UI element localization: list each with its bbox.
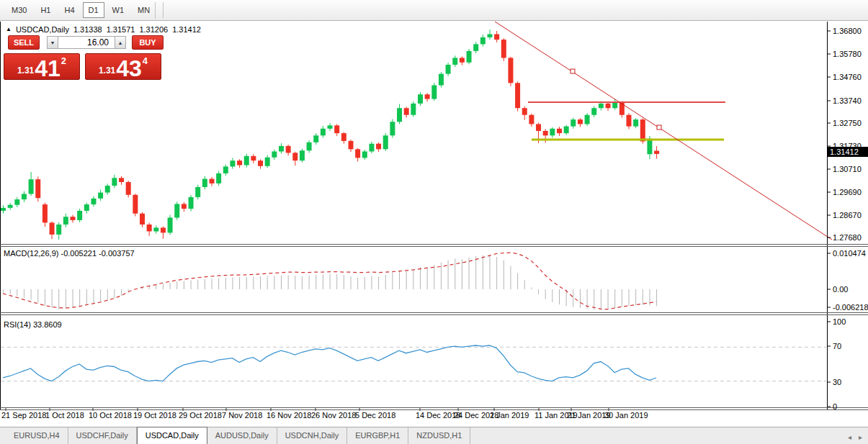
timeframe-mn[interactable]: MN — [132, 2, 156, 18]
symbol-period-label: USDCAD,Daily — [16, 25, 69, 34]
chart-header: ▲ USDCAD,Daily 1.31338 1.31571 1.31206 1… — [6, 25, 201, 34]
tab-eurgbp-h1[interactable]: EURGBP,H1 — [347, 427, 408, 444]
svg-text:30: 30 — [833, 378, 841, 386]
sell-button[interactable]: SELL — [8, 35, 40, 50]
svg-text:1 Oct 2018: 1 Oct 2018 — [45, 411, 84, 420]
macd-pane — [3, 253, 657, 310]
svg-text:1.35780: 1.35780 — [833, 50, 862, 58]
svg-text:10 Oct 2018: 10 Oct 2018 — [89, 411, 132, 420]
svg-text:26 Nov 2018: 26 Nov 2018 — [311, 411, 356, 420]
svg-text:1.31412: 1.31412 — [830, 148, 859, 156]
svg-text:7 Nov 2018: 7 Nov 2018 — [222, 411, 262, 420]
svg-text:2 Jan 2019: 2 Jan 2019 — [490, 411, 529, 420]
svg-text:1.34760: 1.34760 — [833, 73, 862, 81]
svg-text:0.010474: 0.010474 — [833, 249, 866, 258]
ohlc-low: 1.31206 — [139, 25, 168, 34]
ohlc-high: 1.31571 — [107, 25, 135, 34]
svg-text:5 Dec 2018: 5 Dec 2018 — [355, 411, 395, 420]
price-axis[interactable]: 1.368001.357801.347601.337401.327501.317… — [827, 27, 868, 411]
svg-text:1.33740: 1.33740 — [833, 96, 862, 105]
buy-price-sup: 4 — [143, 55, 148, 66]
volume-stepper: ▼ 16.00 ▲ — [47, 36, 126, 49]
svg-text:19 Oct 2018: 19 Oct 2018 — [133, 411, 176, 420]
timeframe-m30[interactable]: M30 — [6, 2, 32, 18]
tabs-scroll-right-icon[interactable]: ▸ — [859, 433, 862, 441]
svg-text:1.27680: 1.27680 — [833, 233, 862, 242]
buy-price-big: 43 — [116, 59, 142, 78]
trendline-anchor[interactable] — [571, 69, 575, 73]
svg-text:70: 70 — [833, 342, 841, 350]
tab-audusd-daily[interactable]: AUDUSD,Daily — [207, 427, 277, 444]
svg-text:100: 100 — [833, 317, 846, 326]
timeframe-h1[interactable]: H1 — [35, 2, 56, 18]
timeframe-toolbar: M30 H1 H4 D1 W1 MN — [0, 0, 868, 21]
sell-price-sup: 2 — [61, 55, 66, 66]
sell-price-prefix: 1.31 — [17, 65, 34, 76]
svg-text:-0.006218: -0.006218 — [833, 303, 868, 312]
buy-price-panel[interactable]: 1.31 43 4 — [85, 53, 161, 80]
svg-text:1.32750: 1.32750 — [833, 119, 862, 127]
timeframe-w1[interactable]: W1 — [107, 2, 130, 18]
sell-price-big: 41 — [35, 59, 61, 78]
rsi-pane — [1, 345, 826, 381]
svg-text:16 Nov 2018: 16 Nov 2018 — [267, 411, 311, 420]
trendline-anchor[interactable] — [657, 125, 661, 130]
sell-price-panel[interactable]: 1.31 41 2 — [4, 53, 80, 80]
ohlc-open: 1.31338 — [73, 25, 102, 34]
tab-eurusd-h4[interactable]: EURUSD,H4 — [6, 427, 68, 444]
svg-text:30 Jan 2019: 30 Jan 2019 — [604, 411, 648, 420]
svg-text:1.36800: 1.36800 — [833, 27, 862, 35]
volume-decrease-button[interactable]: ▼ — [47, 36, 58, 49]
collapse-triangle-icon[interactable]: ▲ — [6, 26, 12, 32]
one-click-trading-widget: SELL ▼ 16.00 ▲ BUY 1.31 41 2 1.31 43 4 — [4, 35, 168, 80]
volume-input[interactable]: 16.00 — [58, 36, 115, 49]
svg-text:1.29690: 1.29690 — [833, 188, 862, 196]
svg-text:29 Oct 2018: 29 Oct 2018 — [179, 411, 222, 420]
symbol-tab-bar: EURUSD,H4 USDCHF,Daily USDCAD,Daily AUDU… — [0, 427, 868, 444]
svg-text:21 Sep 2018: 21 Sep 2018 — [1, 411, 46, 420]
ohlc-close: 1.31412 — [172, 25, 201, 34]
tab-usdcad-daily[interactable]: USDCAD,Daily — [137, 427, 207, 444]
tab-usdcnh-daily[interactable]: USDCNH,Daily — [277, 427, 348, 444]
svg-text:0: 0 — [833, 402, 837, 411]
timeframe-d1[interactable]: D1 — [83, 2, 104, 18]
tab-nzdusd-h1[interactable]: NZDUSD,H1 — [408, 427, 470, 444]
macd-indicator-label: MACD(12,26,9) -0.005221 -0.003757 — [4, 249, 135, 258]
rsi-indicator-label: RSI(14) 33.8609 — [4, 320, 62, 329]
tab-usdchf-daily[interactable]: USDCHF,Daily — [68, 427, 137, 444]
svg-text:1.30710: 1.30710 — [833, 165, 862, 173]
svg-text:1.28670: 1.28670 — [833, 211, 862, 219]
buy-button[interactable]: BUY — [132, 35, 164, 50]
timeframe-h4[interactable]: H4 — [58, 2, 80, 18]
rsi-line — [3, 345, 656, 381]
buy-price-prefix: 1.31 — [99, 65, 115, 76]
toolbar-divider — [155, 2, 156, 19]
svg-text:0.00: 0.00 — [833, 285, 848, 294]
volume-increase-button[interactable]: ▲ — [115, 36, 126, 49]
toolbar-divider — [163, 2, 164, 18]
tabs-scroll-left-icon[interactable]: ◂ — [848, 433, 851, 441]
